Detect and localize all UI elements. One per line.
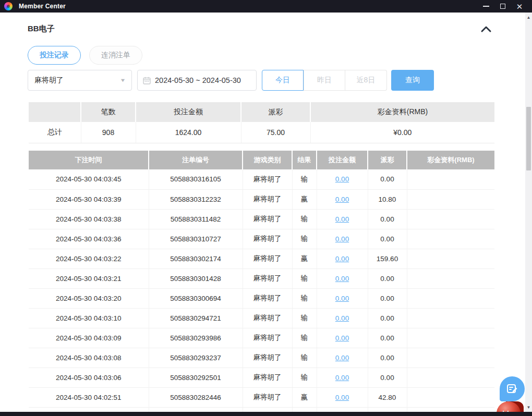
bet-amount-link[interactable]: 0.00 [335, 175, 349, 183]
query-button[interactable]: 查询 [391, 70, 434, 91]
bet-amount-link[interactable]: 0.00 [335, 295, 349, 302]
bet-amount-link[interactable]: 0.00 [335, 195, 349, 203]
bonus-cell [407, 249, 494, 268]
date-range-input[interactable]: 2024-05-30 ~ 2024-05-30 [137, 70, 257, 91]
tab-bet-records-label: 投注记录 [40, 51, 69, 60]
table-row: 2024-05-30 04:03:105058830294721麻将胡了输0.0… [29, 308, 494, 328]
bet-amount-cell: 0.00 [317, 249, 368, 268]
payout-cell: 42.80 [368, 387, 407, 407]
order-id-cell: 5058830292501 [149, 368, 243, 387]
result-cell: 输 [292, 368, 317, 387]
summary-header-payout: 派彩 [241, 102, 310, 122]
game-type-cell: 麻将胡了 [243, 368, 292, 387]
bet-amount-link[interactable]: 0.00 [335, 235, 349, 243]
bet-amount-cell: 0.00 [317, 288, 368, 308]
summary-total-bet-amount: 1624.00 [136, 122, 241, 143]
bet-amount-cell: 0.00 [317, 229, 368, 249]
header-payout: 派彩 [368, 151, 407, 169]
bet-amount-cell: 0.00 [317, 209, 368, 229]
quick-range-8days[interactable]: 近8日 [345, 70, 387, 91]
window-controls: ✕ [478, 0, 528, 13]
window-bottom-edge [0, 412, 532, 416]
result-cell: 输 [292, 288, 317, 308]
quick-range-today[interactable]: 今日 [262, 70, 304, 91]
game-type-cell: 麻将胡了 [243, 229, 292, 249]
tab-cascade-orders[interactable]: 连消注单 [89, 46, 142, 65]
result-cell: 输 [292, 308, 317, 328]
game-select[interactable]: 麻将胡了 ▼ [28, 70, 132, 91]
bet-amount-link[interactable]: 0.00 [335, 334, 349, 342]
bonus-cell [407, 328, 494, 348]
quick-range-today-label: 今日 [275, 76, 290, 85]
order-id-cell: 5058830312232 [149, 189, 243, 209]
bet-amount-link[interactable]: 0.00 [335, 354, 349, 362]
bet-time-cell: 2024-05-30 04:03:38 [29, 209, 149, 229]
close-button[interactable]: ✕ [511, 0, 528, 13]
order-id-cell: 5058830311482 [149, 209, 243, 229]
order-id-cell: 5058830316105 [149, 169, 243, 189]
result-cell: 输 [292, 229, 317, 249]
table-row: 2024-05-30 04:03:455058830316105麻将胡了输0.0… [29, 169, 494, 189]
game-type-cell: 麻将胡了 [243, 209, 292, 229]
bbn-logo-button[interactable]: bbn [495, 400, 525, 412]
table-row: 2024-05-30 04:03:095058830293986麻将胡了输0.0… [29, 328, 494, 348]
order-id-cell: 5058830301428 [149, 268, 243, 288]
scrollbar-thumb[interactable] [526, 107, 531, 170]
bet-amount-link[interactable]: 0.00 [335, 255, 349, 263]
bet-records-table: 下注时间 注单编号 游戏类别 结果 投注金额 派彩 彩金资料(RMB) 2024… [29, 151, 494, 412]
summary-total-row: 总计 908 1624.00 75.00 ¥0.00 [29, 122, 494, 143]
result-cell: 赢 [292, 189, 317, 209]
bet-amount-link[interactable]: 0.00 [335, 275, 349, 283]
bet-time-cell: 2024-05-30 04:03:06 [29, 368, 149, 387]
summary-total-payout: 75.00 [241, 122, 310, 143]
result-cell: 赢 [292, 249, 317, 268]
scroll-down-arrow-icon[interactable]: ▼ [525, 403, 532, 411]
bet-amount-link[interactable]: 0.00 [335, 215, 349, 223]
bet-amount-cell: 0.00 [317, 328, 368, 348]
order-id-cell: 5058830282446 [149, 387, 243, 407]
bet-amount-link[interactable]: 0.00 [335, 394, 349, 401]
order-id-cell: 5058830293986 [149, 328, 243, 348]
minimize-button[interactable] [478, 0, 494, 13]
bet-amount-link[interactable]: 0.00 [335, 314, 349, 322]
bet-time-cell: 2024-05-30 04:03:36 [29, 229, 149, 249]
summary-header-bet-amount: 投注金额 [136, 102, 241, 122]
filter-bar: 麻将胡了 ▼ 2024-05-30 ~ 2024-05-30 今 [28, 70, 434, 91]
game-type-cell: 麻将胡了 [243, 328, 292, 348]
payout-cell: 0.00 [368, 229, 407, 249]
tab-cascade-orders-label: 连消注单 [101, 51, 130, 60]
bonus-cell [407, 368, 494, 387]
game-type-cell: 麻将胡了 [243, 169, 292, 189]
header-bonus: 彩金资料(RMB) [407, 151, 494, 169]
bet-amount-link[interactable]: 0.00 [335, 374, 349, 382]
window-title: Member Center [19, 3, 66, 10]
tab-bet-records[interactable]: 投注记录 [28, 46, 81, 65]
order-id-cell: 5058830294721 [149, 308, 243, 328]
bonus-cell [407, 189, 494, 209]
bet-time-cell: 2024-05-30 04:03:22 [29, 249, 149, 268]
date-range-value: 2024-05-30 ~ 2024-05-30 [155, 76, 241, 84]
bet-amount-cell: 0.00 [317, 189, 368, 209]
game-type-cell: 麻将胡了 [243, 268, 292, 288]
table-row: 2024-05-30 04:03:385058830311482麻将胡了输0.0… [29, 209, 494, 229]
collapse-section-button[interactable] [479, 23, 493, 35]
payout-cell [368, 407, 407, 412]
vertical-scrollbar[interactable]: ▲ ▼ [525, 13, 532, 412]
bet-amount-cell [317, 407, 368, 412]
maximize-button[interactable] [494, 0, 511, 13]
order-id-cell: 5058830302174 [149, 249, 243, 268]
maximize-icon [500, 4, 505, 9]
result-cell: 输 [292, 268, 317, 288]
bet-amount-cell: 0.00 [317, 268, 368, 288]
bet-amount-cell: 0.00 [317, 368, 368, 387]
game-type-cell: 麻将胡了 [243, 308, 292, 328]
feedback-button[interactable] [500, 376, 525, 401]
minimize-icon [483, 6, 489, 7]
scroll-up-arrow-icon[interactable]: ▲ [525, 14, 532, 21]
title-bar: Member Center ✕ [0, 0, 532, 13]
summary-total-label: 总计 [29, 122, 81, 143]
summary-total-count: 908 [81, 122, 136, 143]
payout-cell: 0.00 [368, 328, 407, 348]
quick-range-yesterday[interactable]: 昨日 [304, 70, 345, 91]
bet-time-cell: 2024-05-30 04:03:20 [29, 288, 149, 308]
